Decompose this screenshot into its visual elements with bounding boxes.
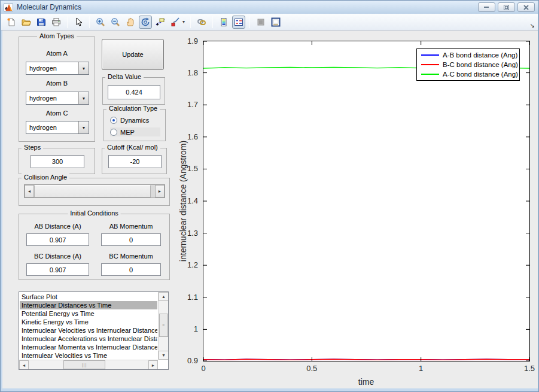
legend-line-sample — [421, 64, 439, 65]
link-plot-button[interactable] — [195, 16, 208, 29]
scroll-right-icon[interactable]: ► — [148, 360, 158, 370]
minimize-button[interactable] — [478, 2, 495, 12]
radio-mep-label: MEP — [120, 129, 135, 136]
plot-list-item[interactable]: Surface Plot — [20, 293, 157, 301]
plot-legend[interactable]: A-B bond distance (Ang) B-C bond distanc… — [416, 48, 520, 81]
plot-list-item[interactable]: Internuclear Accelerations vs Internucle… — [20, 335, 157, 343]
legend-entry-label: A-C bond distance (Ang) — [443, 71, 518, 78]
scroll-up-icon[interactable]: ▲ — [159, 292, 169, 301]
slider-track[interactable] — [151, 185, 155, 197]
plot-list-item[interactable]: Kinetic Energy vs Time — [20, 318, 157, 326]
steps-field[interactable]: 300 — [31, 155, 84, 168]
plot-type-listbox[interactable]: Surface Plot Internuclear Distances vs T… — [19, 291, 169, 370]
y-tick-label: 1.1 — [172, 293, 198, 302]
pan-hand-button[interactable] — [124, 16, 137, 29]
atom-b-value: hydrogen — [26, 92, 78, 104]
calculation-type-title: Calculation Type — [106, 105, 160, 112]
legend-entry: A-B bond distance (Ang) — [417, 50, 519, 60]
print-button[interactable] — [50, 16, 63, 29]
atom-c-label: Atom C — [19, 110, 95, 117]
zoom-out-button[interactable] — [109, 16, 122, 29]
new-figure-button[interactable] — [5, 16, 18, 29]
plot-list-item[interactable]: Internuclear Momenta vs Internuclear Dis… — [20, 343, 157, 351]
matlab-icon — [4, 3, 13, 12]
show-plot-tools-dock-button[interactable] — [269, 16, 282, 29]
y-tick-label: 1.7 — [172, 100, 198, 109]
x-axis-label: time — [294, 377, 438, 387]
delta-value-field[interactable]: 0.424 — [108, 85, 160, 99]
bc-momentum-label: BC Momentum — [101, 253, 161, 260]
atom-a-dropdown[interactable]: hydrogen ▼ — [26, 62, 89, 75]
bc-distance-field[interactable]: 0.907 — [26, 263, 89, 276]
legend-entry-label: B-C bond distance (Ang) — [443, 61, 518, 68]
close-button[interactable] — [517, 2, 535, 12]
radio-icon[interactable] — [110, 117, 117, 124]
legend-entry-label: A-B bond distance (Ang) — [443, 51, 517, 59]
slider-left-arrow-icon[interactable]: ◄ — [25, 185, 34, 197]
plot-list-item[interactable]: Potential Energy vs Time — [20, 309, 157, 318]
app-window: Molecular Dynamics — [0, 0, 539, 392]
horizontal-scroll-thumb[interactable]: ||| — [63, 360, 105, 369]
vertical-scroll-thumb[interactable]: ≡ — [159, 314, 168, 336]
y-tick-label: 0.9 — [172, 356, 198, 365]
radio-dynamics-label: Dynamics — [120, 117, 149, 124]
legend-entry: A-C bond distance (Ang) — [417, 69, 519, 79]
initial-conditions-group: Initial Conditions AB Distance (A) AB Mo… — [19, 214, 170, 280]
plot-list-item[interactable]: Internuclear Velocities vs Internuclear … — [20, 326, 157, 335]
radio-dynamics[interactable]: Dynamics — [110, 116, 160, 124]
open-file-button[interactable] — [20, 16, 33, 29]
plot-line — [203, 359, 530, 360]
cutoff-field[interactable]: -20 — [108, 155, 162, 168]
slider-right-arrow-icon[interactable]: ► — [155, 185, 165, 197]
maximize-button[interactable] — [498, 2, 515, 12]
atom-types-title: Atom Types — [37, 32, 77, 39]
insert-colorbar-button[interactable] — [217, 16, 230, 29]
steps-title: Steps — [22, 144, 43, 151]
atom-c-value: hydrogen — [26, 121, 78, 133]
toolbar-separator — [190, 16, 191, 28]
plot-list-item[interactable]: Internulear Velocities vs Time — [20, 351, 157, 359]
radio-icon[interactable] — [110, 129, 117, 136]
atom-b-dropdown[interactable]: hydrogen ▼ — [26, 92, 89, 105]
y-tick-label: 1.9 — [172, 37, 198, 45]
vertical-scrollbar[interactable]: ▲ ≡ ▼ — [158, 292, 168, 360]
toolbar-separator — [212, 16, 213, 28]
zoom-in-button[interactable] — [94, 16, 107, 29]
data-cursor-button[interactable] — [154, 16, 167, 29]
toolbar-separator — [249, 16, 250, 28]
legend-line-sample — [421, 74, 439, 75]
chevron-down-icon[interactable]: ▼ — [78, 121, 89, 133]
rotate-3d-button[interactable] — [139, 16, 152, 29]
atom-c-dropdown[interactable]: hydrogen ▼ — [26, 121, 89, 134]
collision-angle-slider[interactable]: ◄ ► — [24, 184, 165, 198]
toolbar-overflow-arrow[interactable]: ↘ — [530, 22, 535, 29]
edit-plot-cursor-button[interactable] — [72, 16, 85, 29]
hide-plot-tools-button[interactable] — [254, 16, 267, 29]
collision-angle-title: Collision Angle — [22, 174, 69, 181]
radio-mep[interactable]: MEP — [110, 127, 160, 136]
plot-list-item[interactable]: Internuclear Distances vs Time — [20, 301, 157, 309]
legend-line-sample — [421, 54, 439, 56]
delta-value-group: Delta Value 0.424 — [102, 77, 165, 105]
ab-distance-field[interactable]: 0.907 — [26, 233, 89, 246]
update-button[interactable]: Update — [102, 39, 164, 70]
scroll-down-icon[interactable]: ▼ — [159, 351, 169, 360]
brush-data-button[interactable] — [169, 16, 182, 29]
ab-momentum-field[interactable]: 0 — [101, 233, 161, 246]
scroll-left-icon[interactable]: ◄ — [19, 360, 29, 370]
delta-value-title: Delta Value — [105, 73, 144, 80]
horizontal-scrollbar[interactable]: ◄ ||| ► — [19, 360, 158, 369]
plot-lines — [203, 41, 530, 361]
save-button[interactable] — [35, 16, 48, 29]
window-title: Molecular Dynamics — [17, 3, 81, 11]
title-bar[interactable]: Molecular Dynamics — [1, 1, 538, 14]
legend-entry: B-C bond distance (Ang) — [417, 60, 519, 69]
slider-thumb[interactable] — [34, 185, 151, 197]
chevron-down-icon[interactable]: ▼ — [78, 62, 89, 74]
plot-axes[interactable] — [203, 41, 530, 361]
chevron-down-icon[interactable]: ▼ — [78, 92, 89, 104]
brush-dropdown-caret[interactable]: ▾ — [182, 19, 185, 25]
x-tick-label: 1.5 — [516, 364, 539, 373]
bc-momentum-field[interactable]: 0 — [101, 263, 161, 276]
insert-legend-button[interactable] — [232, 16, 245, 29]
